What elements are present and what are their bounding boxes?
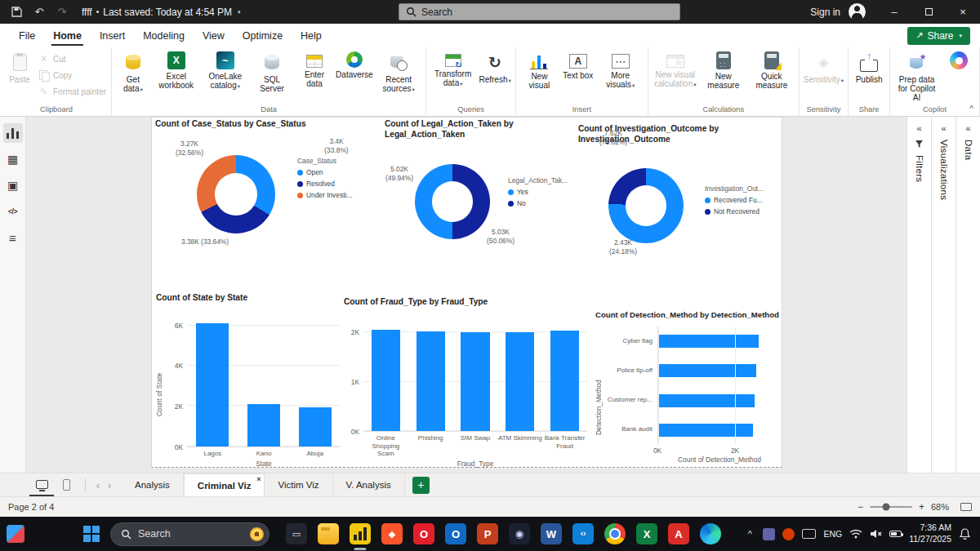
- data-pane-collapsed[interactable]: « Data: [956, 117, 980, 473]
- expand-pane-icon[interactable]: «: [916, 123, 921, 133]
- bar-customer-rep[interactable]: [658, 394, 755, 407]
- language-indicator[interactable]: ENG: [823, 529, 842, 539]
- word-icon[interactable]: W: [541, 523, 562, 544]
- steam-icon[interactable]: ◉: [509, 523, 530, 544]
- donut-ring[interactable]: [608, 168, 684, 243]
- expand-pane-icon[interactable]: «: [941, 123, 946, 133]
- ribbon-button-transform-data[interactable]: Transform data▾: [429, 50, 477, 89]
- bar-bank-transfer-fraud[interactable]: [550, 331, 579, 431]
- bar-police-tip-off[interactable]: [658, 364, 756, 377]
- ribbon-button-publish[interactable]: Publish: [851, 50, 887, 86]
- donut-ring[interactable]: [197, 155, 275, 233]
- taskbar-search-input[interactable]: [138, 528, 243, 540]
- powerpoint-icon[interactable]: P: [477, 523, 498, 544]
- bar-chart-fraud-type[interactable]: Count of Fraud_Type by Fraud_Type 0K1K2K…: [342, 295, 587, 468]
- menu-tab-home[interactable]: Home: [44, 24, 91, 47]
- power-bi-icon[interactable]: [350, 523, 371, 544]
- brave-icon[interactable]: ◆: [381, 523, 403, 544]
- bar-bank-audit[interactable]: [658, 424, 753, 437]
- bar-sim-swap[interactable]: [461, 332, 489, 432]
- edge-icon[interactable]: [700, 523, 721, 544]
- excel-icon[interactable]: X: [636, 523, 657, 544]
- ribbon-button-onelake-catalog[interactable]: OneLake catalog▾: [201, 50, 250, 91]
- menu-tab-view[interactable]: View: [194, 24, 234, 47]
- ribbon-button-cut[interactable]: Cut: [38, 53, 106, 64]
- legend-item-under-investi[interactable]: Under Investi...: [297, 191, 379, 199]
- ribbon-button-excel-workbook[interactable]: Excel workbook: [152, 50, 201, 91]
- collapse-ribbon-icon[interactable]: ^: [969, 104, 973, 113]
- taskbar-search[interactable]: [110, 522, 270, 546]
- zoom-slider[interactable]: [870, 506, 912, 508]
- global-search-box[interactable]: [399, 3, 680, 20]
- ribbon-button-sql-server[interactable]: SQL Server: [250, 50, 295, 95]
- account-avatar[interactable]: [849, 3, 866, 20]
- donut-chart-investigation-outcome[interactable]: Count of Investigation_Outcome by Invest…: [577, 122, 781, 298]
- desktop-layout-icon[interactable]: [29, 473, 54, 496]
- notifications-icon[interactable]: [959, 528, 970, 540]
- bar-kano[interactable]: [247, 404, 280, 447]
- report-page[interactable]: Count of Case_Status by Case_Status 3.27…: [151, 117, 782, 468]
- wifi-icon[interactable]: [849, 529, 862, 539]
- plot-area[interactable]: [187, 322, 341, 447]
- ribbon-button-enter-data[interactable]: Enter data: [294, 50, 334, 90]
- legend-item-yes[interactable]: Yes: [508, 188, 577, 196]
- new-page-button[interactable]: +: [412, 477, 430, 494]
- expand-pane-icon[interactable]: «: [965, 123, 970, 133]
- bar-online-shopping-scam[interactable]: [372, 330, 400, 432]
- maximize-button[interactable]: [911, 0, 946, 24]
- bar-abuja[interactable]: [299, 407, 332, 447]
- filters-pane-collapsed[interactable]: « Filters: [906, 117, 931, 473]
- donut-chart-legal-action[interactable]: Count of Legal_Action_Taken by Legal_Act…: [383, 118, 575, 293]
- start-button[interactable]: [82, 524, 102, 544]
- task-view-icon[interactable]: ▭: [286, 523, 307, 544]
- ribbon-button-sensitivity[interactable]: Sensitivity▾: [802, 50, 845, 86]
- save-icon[interactable]: [7, 2, 26, 22]
- page-tab-v-analysis[interactable]: V. Analysis: [333, 473, 405, 496]
- plot-area[interactable]: [657, 327, 782, 445]
- pane-label[interactable]: Data: [964, 140, 973, 161]
- pane-label[interactable]: Filters: [915, 155, 924, 182]
- tray-security-icon[interactable]: [782, 528, 795, 540]
- dax-query-view-icon[interactable]: [3, 202, 23, 221]
- bar-atm-skimming[interactable]: [506, 332, 534, 432]
- ribbon-button-more-visuals[interactable]: More visuals▾: [596, 50, 645, 91]
- zoom-out-button[interactable]: −: [858, 501, 863, 513]
- legend-item-open[interactable]: Open: [297, 168, 379, 176]
- menu-tab-modeling[interactable]: Modeling: [134, 24, 194, 47]
- fit-to-page-icon[interactable]: [960, 503, 972, 511]
- touch-keyboard-icon[interactable]: [802, 529, 816, 539]
- bar-chart-detection-method[interactable]: Count of Detection_Method by Detection_M…: [594, 309, 782, 467]
- page-tab-analysis[interactable]: Analysis: [122, 473, 184, 496]
- menu-tab-insert[interactable]: Insert: [91, 24, 134, 47]
- ribbon-button-text-box[interactable]: Text box: [560, 50, 596, 82]
- vscode-icon[interactable]: ‹›: [572, 523, 594, 544]
- undo-icon[interactable]: ↶: [29, 2, 49, 22]
- legend-item-recovered-fu[interactable]: Recovered Fu...: [705, 196, 778, 204]
- close-button[interactable]: ×: [946, 0, 980, 24]
- close-page-icon[interactable]: ×: [256, 475, 261, 483]
- pane-label[interactable]: Visualizations: [939, 140, 949, 200]
- menu-tab-help[interactable]: Help: [292, 24, 331, 47]
- menu-tab-file[interactable]: File: [10, 24, 44, 47]
- share-button[interactable]: ↗ Share ▾: [907, 27, 970, 45]
- tmdl-view-icon[interactable]: [3, 228, 23, 247]
- page-tab-criminal-viz[interactable]: Criminal Viz×: [184, 473, 265, 496]
- acrobat-icon[interactable]: A: [668, 523, 689, 544]
- file-explorer-icon[interactable]: [318, 523, 339, 544]
- legend-item-no[interactable]: No: [508, 199, 577, 207]
- tray-teams-icon[interactable]: [763, 528, 775, 540]
- bar-lagos[interactable]: [196, 323, 229, 447]
- search-input[interactable]: [421, 7, 673, 18]
- ribbon-button-prep-data-for-copilot-ai[interactable]: Prep data for Copilot AI: [893, 50, 941, 104]
- minimize-button[interactable]: –: [877, 0, 911, 24]
- taskbar-clock[interactable]: 7:36 AM 11/27/2025: [909, 522, 951, 544]
- table-view-icon[interactable]: [3, 149, 23, 169]
- ribbon-button-new-measure[interactable]: New measure: [700, 50, 747, 91]
- report-view-icon[interactable]: [3, 123, 23, 143]
- ribbon-button-get-data[interactable]: Get data▾: [114, 50, 152, 95]
- plot-area[interactable]: [363, 322, 587, 433]
- bar-chart-state[interactable]: Count of State by State Count of State 0…: [154, 291, 341, 468]
- widgets-icon[interactable]: [7, 525, 24, 543]
- model-view-icon[interactable]: [3, 176, 23, 195]
- chrome-icon[interactable]: [604, 523, 626, 544]
